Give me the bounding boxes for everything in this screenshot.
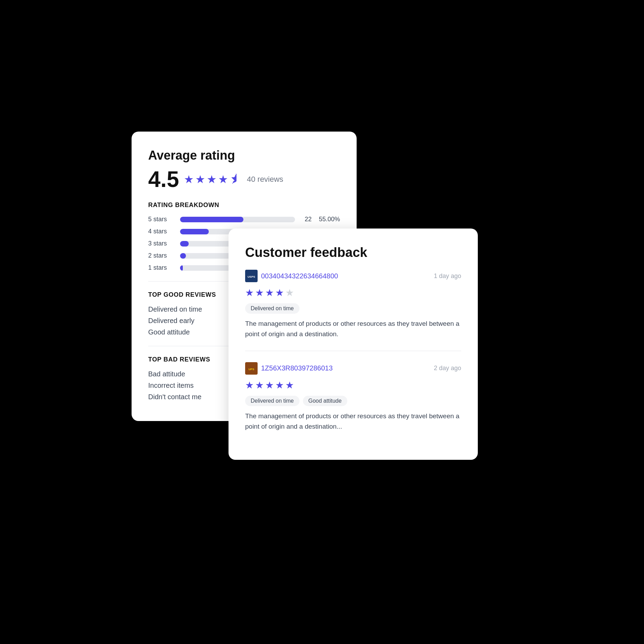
review-2-text: The management of products or other reso… (245, 411, 461, 432)
review-1-text: The management of products or other reso… (245, 319, 461, 340)
review-1-id-row: USPS 00340434322634664800 (245, 270, 338, 282)
r1-star-1: ★ (245, 287, 254, 298)
avg-score-row: 4.5 ★ ★ ★ ★ ⯨ 40 reviews (148, 168, 340, 190)
review-2-header: UPS 1Z56X3R80397286013 2 day ago (245, 362, 461, 375)
r1-star-3: ★ (265, 287, 274, 298)
review-1-header: USPS 00340434322634664800 1 day ago (245, 270, 461, 282)
bar-fill-3 (180, 241, 189, 247)
breakdown-count-5: 22 (299, 216, 312, 223)
breakdown-row-5: 5 stars 22 55.00% (148, 216, 340, 223)
breakdown-label-1: 1 stars (148, 264, 176, 271)
r1-star-5: ★ (285, 287, 294, 298)
avg-score: 4.5 (148, 168, 179, 190)
review-2-tracking[interactable]: 1Z56X3R80397286013 (261, 364, 333, 372)
breakdown-label-2: 2 stars (148, 252, 176, 259)
tag-good-attitude: Good attitude (303, 396, 347, 406)
bar-fill-5 (180, 217, 243, 222)
r2-star-1: ★ (245, 379, 254, 391)
star-4: ★ (218, 173, 228, 186)
r2-star-3: ★ (265, 379, 274, 391)
usps-icon: USPS (245, 270, 258, 282)
review-item-2: UPS 1Z56X3R80397286013 2 day ago ★ ★ ★ ★… (245, 351, 461, 432)
r1-star-4: ★ (275, 287, 284, 298)
star-2: ★ (195, 173, 205, 186)
review-1-stars: ★ ★ ★ ★ ★ (245, 287, 461, 298)
r2-star-5: ★ (285, 379, 294, 391)
svg-text:UPS: UPS (249, 368, 254, 371)
cf-title: Customer feedback (245, 245, 461, 260)
breakdown-label-3: 3 stars (148, 240, 176, 247)
r2-star-2: ★ (255, 379, 264, 391)
review-2-stars: ★ ★ ★ ★ ★ (245, 379, 461, 391)
bar-track-5 (180, 217, 295, 222)
star-3: ★ (207, 173, 217, 186)
review-2-time: 2 day ago (434, 365, 461, 372)
review-2-id-row: UPS 1Z56X3R80397286013 (245, 362, 333, 375)
breakdown-title: RATING BREAKDOWN (148, 202, 340, 209)
review-1-tags: Delivered on time (245, 303, 461, 314)
breakdown-label-4: 4 stars (148, 228, 176, 235)
bar-fill-4 (180, 229, 209, 234)
ups-icon: UPS (245, 362, 258, 375)
star-1: ★ (184, 173, 194, 186)
breakdown-pct-5: 55.00% (316, 216, 340, 223)
review-count: 40 reviews (247, 175, 283, 184)
avg-rating-title: Average rating (148, 148, 340, 163)
tag-delivered-on-time-2: Delivered on time (245, 396, 299, 406)
svg-text:USPS: USPS (248, 275, 255, 278)
customer-feedback-card: Customer feedback USPS 00340434322634664… (229, 229, 478, 460)
bar-fill-2 (180, 253, 186, 259)
review-1-time: 1 day ago (434, 272, 461, 280)
breakdown-label-5: 5 stars (148, 216, 176, 223)
r1-star-2: ★ (255, 287, 264, 298)
review-1-tracking[interactable]: 00340434322634664800 (261, 272, 338, 280)
review-2-tags: Delivered on time Good attitude (245, 396, 461, 406)
bar-fill-1 (180, 265, 183, 271)
tag-delivered-on-time-1: Delivered on time (245, 303, 299, 314)
review-item-1: USPS 00340434322634664800 1 day ago ★ ★ … (245, 270, 461, 340)
star-half: ⯨ (230, 173, 241, 186)
r2-star-4: ★ (275, 379, 284, 391)
avg-stars: ★ ★ ★ ★ ⯨ (184, 173, 241, 186)
